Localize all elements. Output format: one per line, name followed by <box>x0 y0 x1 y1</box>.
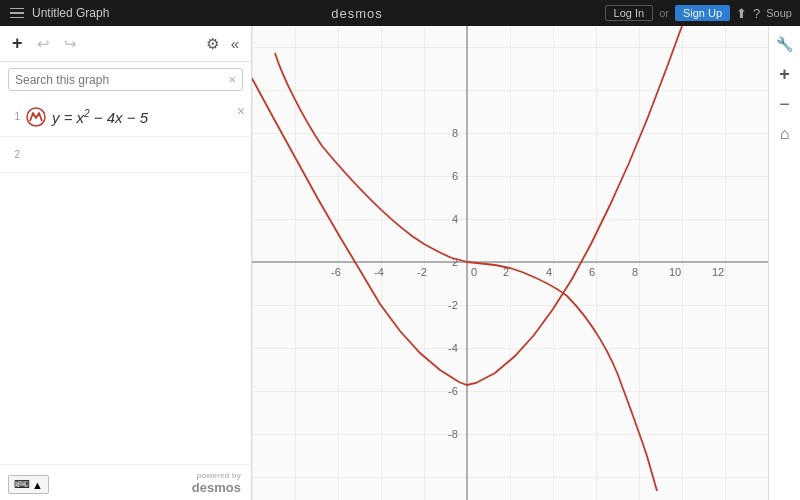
expression-row-1: 1 y = x2 − 4x − 5 × <box>0 97 251 137</box>
share-icon[interactable]: ⬆ <box>736 6 747 21</box>
expression-color-icon <box>26 107 46 127</box>
svg-text:6: 6 <box>589 266 595 278</box>
svg-text:-6: -6 <box>331 266 341 278</box>
undo-button[interactable]: ↩ <box>33 33 54 55</box>
svg-text:4: 4 <box>546 266 552 278</box>
expression-icon-1[interactable] <box>26 107 46 127</box>
close-expression-1[interactable]: × <box>237 103 245 119</box>
svg-rect-2 <box>252 26 768 500</box>
add-expression-button[interactable]: + <box>8 31 27 56</box>
sidebar-footer-area: ⌨ ▲ powered by desmos <box>0 464 251 500</box>
svg-text:12: 12 <box>712 266 724 278</box>
menu-icon[interactable] <box>8 6 26 21</box>
expression-number-1: 1 <box>8 111 20 122</box>
toolbar-left: + ↩ ↪ <box>8 31 81 56</box>
svg-text:-4: -4 <box>374 266 384 278</box>
expression-number-2: 2 <box>8 149 20 160</box>
svg-text:10: 10 <box>669 266 681 278</box>
svg-text:-8: -8 <box>448 428 458 440</box>
svg-text:-2: -2 <box>448 299 458 311</box>
toolbar-right: ⚙ « <box>202 33 243 55</box>
desmos-logo: desmos <box>331 6 383 21</box>
svg-text:8: 8 <box>452 127 458 139</box>
search-bar: × <box>8 68 243 91</box>
header-left: Untitled Graph <box>8 6 109 21</box>
graph-canvas: 0 2 4 6 8 10 12 -2 -4 -6 6 8 4 2 -2 -4 -… <box>252 26 768 500</box>
powered-by-desmos: powered by desmos <box>192 471 241 495</box>
redo-button[interactable]: ↪ <box>60 33 81 55</box>
keyboard-chevron: ▲ <box>32 479 43 491</box>
right-toolbar: 🔧 + − ⌂ <box>768 26 800 500</box>
main-layout: + ↩ ↪ ⚙ « × 1 <box>0 26 800 500</box>
collapse-button[interactable]: « <box>227 33 243 54</box>
help-icon[interactable]: ? <box>753 6 760 21</box>
wrench-button[interactable]: 🔧 <box>771 30 799 58</box>
window-title: Untitled Graph <box>32 6 109 20</box>
search-input[interactable] <box>15 73 228 87</box>
or-label: or <box>659 7 669 19</box>
settings-button[interactable]: ⚙ <box>202 33 223 55</box>
svg-text:6: 6 <box>452 170 458 182</box>
expression-content-1: y = x2 − 4x − 5 <box>52 108 243 126</box>
login-button[interactable]: Log In <box>605 5 654 21</box>
signup-button[interactable]: Sign Up <box>675 5 730 21</box>
title-bar: Untitled Graph desmos Log In or Sign Up … <box>0 0 800 26</box>
svg-text:-4: -4 <box>448 342 458 354</box>
svg-text:-6: -6 <box>448 385 458 397</box>
svg-text:0: 0 <box>471 266 477 278</box>
zoom-in-button[interactable]: + <box>771 60 799 88</box>
expression-row-2[interactable]: 2 <box>0 137 251 173</box>
soup-label: Soup <box>766 7 792 19</box>
keyboard-button[interactable]: ⌨ ▲ <box>8 475 49 494</box>
header-right: Log In or Sign Up ⬆ ? Soup <box>605 5 792 21</box>
clear-search-icon[interactable]: × <box>228 72 236 87</box>
graph-area[interactable]: 0 2 4 6 8 10 12 -2 -4 -6 6 8 4 2 -2 -4 -… <box>252 26 768 500</box>
expression-list: 1 y = x2 − 4x − 5 × 2 <box>0 97 251 464</box>
sidebar-toolbar: + ↩ ↪ ⚙ « <box>0 26 251 62</box>
svg-text:8: 8 <box>632 266 638 278</box>
keyboard-toggle[interactable]: ⌨ ▲ <box>8 475 49 494</box>
zoom-out-button[interactable]: − <box>771 90 799 118</box>
home-button[interactable]: ⌂ <box>771 120 799 148</box>
svg-text:-2: -2 <box>417 266 427 278</box>
sidebar: + ↩ ↪ ⚙ « × 1 <box>0 26 252 500</box>
svg-text:4: 4 <box>452 213 458 225</box>
keyboard-icon: ⌨ <box>14 478 30 491</box>
